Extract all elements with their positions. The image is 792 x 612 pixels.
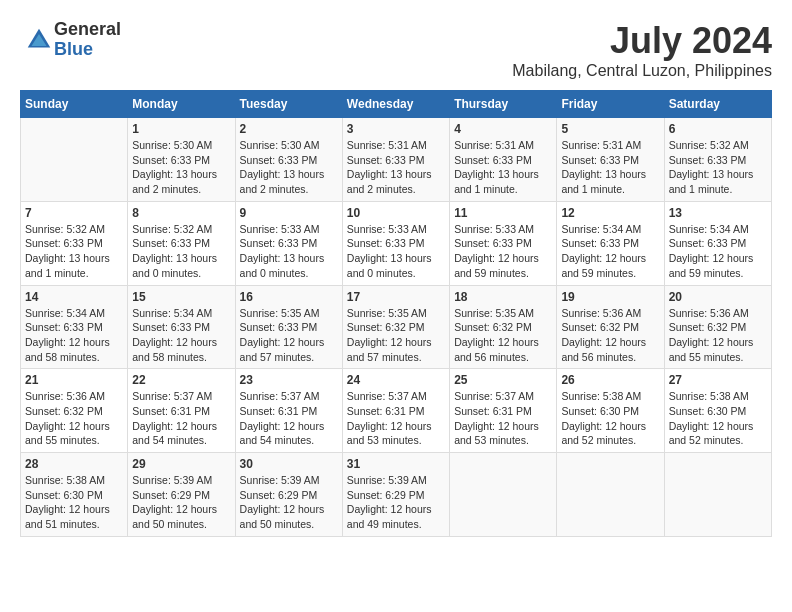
cell-line: and 52 minutes. — [669, 433, 767, 448]
week-row-5: 28Sunrise: 5:38 AMSunset: 6:30 PMDayligh… — [21, 453, 772, 537]
calendar-cell: 1Sunrise: 5:30 AMSunset: 6:33 PMDaylight… — [128, 118, 235, 202]
calendar-cell: 30Sunrise: 5:39 AMSunset: 6:29 PMDayligh… — [235, 453, 342, 537]
cell-line: Sunrise: 5:36 AM — [25, 389, 123, 404]
logo: General Blue — [20, 20, 121, 60]
column-header-tuesday: Tuesday — [235, 91, 342, 118]
cell-line: Daylight: 12 hours — [669, 419, 767, 434]
cell-line: Daylight: 12 hours — [454, 251, 552, 266]
cell-content: Sunrise: 5:31 AMSunset: 6:33 PMDaylight:… — [454, 138, 552, 197]
column-header-wednesday: Wednesday — [342, 91, 449, 118]
cell-line: Sunset: 6:33 PM — [132, 236, 230, 251]
calendar-cell — [21, 118, 128, 202]
cell-line: Sunrise: 5:33 AM — [454, 222, 552, 237]
cell-line: and 55 minutes. — [669, 350, 767, 365]
cell-line: Daylight: 12 hours — [25, 419, 123, 434]
calendar-cell — [450, 453, 557, 537]
cell-line: Daylight: 12 hours — [347, 502, 445, 517]
cell-line: and 53 minutes. — [347, 433, 445, 448]
cell-line: Daylight: 12 hours — [454, 335, 552, 350]
cell-content: Sunrise: 5:38 AMSunset: 6:30 PMDaylight:… — [561, 389, 659, 448]
day-number: 25 — [454, 373, 552, 387]
cell-line: Sunrise: 5:38 AM — [561, 389, 659, 404]
main-title: July 2024 — [512, 20, 772, 62]
day-number: 26 — [561, 373, 659, 387]
cell-line: Sunrise: 5:38 AM — [25, 473, 123, 488]
calendar-cell: 4Sunrise: 5:31 AMSunset: 6:33 PMDaylight… — [450, 118, 557, 202]
cell-line: and 2 minutes. — [132, 182, 230, 197]
cell-content: Sunrise: 5:37 AMSunset: 6:31 PMDaylight:… — [454, 389, 552, 448]
day-number: 4 — [454, 122, 552, 136]
calendar-cell: 14Sunrise: 5:34 AMSunset: 6:33 PMDayligh… — [21, 285, 128, 369]
cell-line: Sunrise: 5:33 AM — [347, 222, 445, 237]
day-number: 21 — [25, 373, 123, 387]
cell-line: Sunset: 6:33 PM — [561, 153, 659, 168]
cell-line: and 0 minutes. — [347, 266, 445, 281]
calendar-cell: 7Sunrise: 5:32 AMSunset: 6:33 PMDaylight… — [21, 201, 128, 285]
week-row-2: 7Sunrise: 5:32 AMSunset: 6:33 PMDaylight… — [21, 201, 772, 285]
cell-line: Sunset: 6:32 PM — [669, 320, 767, 335]
cell-content: Sunrise: 5:32 AMSunset: 6:33 PMDaylight:… — [669, 138, 767, 197]
page-header: General Blue July 2024 Mabilang, Central… — [20, 20, 772, 80]
cell-line: Sunrise: 5:31 AM — [561, 138, 659, 153]
cell-content: Sunrise: 5:33 AMSunset: 6:33 PMDaylight:… — [347, 222, 445, 281]
cell-line: Daylight: 12 hours — [561, 251, 659, 266]
cell-content: Sunrise: 5:38 AMSunset: 6:30 PMDaylight:… — [669, 389, 767, 448]
cell-content: Sunrise: 5:39 AMSunset: 6:29 PMDaylight:… — [132, 473, 230, 532]
cell-line: Sunset: 6:33 PM — [240, 320, 338, 335]
day-number: 12 — [561, 206, 659, 220]
calendar-cell: 27Sunrise: 5:38 AMSunset: 6:30 PMDayligh… — [664, 369, 771, 453]
cell-line: and 57 minutes. — [240, 350, 338, 365]
cell-line: and 59 minutes. — [561, 266, 659, 281]
cell-line: Daylight: 12 hours — [669, 335, 767, 350]
calendar-cell: 6Sunrise: 5:32 AMSunset: 6:33 PMDaylight… — [664, 118, 771, 202]
cell-line: Sunrise: 5:32 AM — [25, 222, 123, 237]
cell-content: Sunrise: 5:34 AMSunset: 6:33 PMDaylight:… — [25, 306, 123, 365]
cell-line: Sunrise: 5:37 AM — [132, 389, 230, 404]
cell-line: Sunset: 6:33 PM — [132, 320, 230, 335]
cell-line: Sunset: 6:33 PM — [561, 236, 659, 251]
week-row-3: 14Sunrise: 5:34 AMSunset: 6:33 PMDayligh… — [21, 285, 772, 369]
cell-content: Sunrise: 5:30 AMSunset: 6:33 PMDaylight:… — [132, 138, 230, 197]
cell-line: Sunrise: 5:39 AM — [347, 473, 445, 488]
cell-line: Sunset: 6:33 PM — [454, 236, 552, 251]
calendar-cell: 24Sunrise: 5:37 AMSunset: 6:31 PMDayligh… — [342, 369, 449, 453]
cell-line: Sunset: 6:33 PM — [454, 153, 552, 168]
cell-line: Sunrise: 5:32 AM — [132, 222, 230, 237]
day-number: 7 — [25, 206, 123, 220]
cell-line: and 51 minutes. — [25, 517, 123, 532]
cell-line: Sunrise: 5:37 AM — [240, 389, 338, 404]
cell-line: Daylight: 13 hours — [132, 167, 230, 182]
cell-line: Daylight: 12 hours — [561, 335, 659, 350]
day-number: 9 — [240, 206, 338, 220]
cell-line: Sunset: 6:32 PM — [347, 320, 445, 335]
cell-line: Sunset: 6:30 PM — [561, 404, 659, 419]
cell-line: Sunset: 6:33 PM — [669, 153, 767, 168]
cell-line: Sunset: 6:29 PM — [240, 488, 338, 503]
day-number: 29 — [132, 457, 230, 471]
cell-line: Daylight: 13 hours — [240, 167, 338, 182]
cell-line: Sunrise: 5:34 AM — [669, 222, 767, 237]
cell-line: and 0 minutes. — [132, 266, 230, 281]
cell-line: Daylight: 12 hours — [669, 251, 767, 266]
cell-line: and 50 minutes. — [240, 517, 338, 532]
day-number: 5 — [561, 122, 659, 136]
cell-line: Sunrise: 5:37 AM — [347, 389, 445, 404]
cell-line: and 1 minute. — [669, 182, 767, 197]
cell-content: Sunrise: 5:35 AMSunset: 6:33 PMDaylight:… — [240, 306, 338, 365]
subtitle: Mabilang, Central Luzon, Philippines — [512, 62, 772, 80]
logo-general-text: General — [54, 20, 121, 40]
calendar-cell: 16Sunrise: 5:35 AMSunset: 6:33 PMDayligh… — [235, 285, 342, 369]
cell-line: Daylight: 12 hours — [561, 419, 659, 434]
cell-line: Sunset: 6:31 PM — [132, 404, 230, 419]
day-number: 15 — [132, 290, 230, 304]
cell-line: Daylight: 12 hours — [132, 419, 230, 434]
cell-line: and 58 minutes. — [132, 350, 230, 365]
calendar-cell: 29Sunrise: 5:39 AMSunset: 6:29 PMDayligh… — [128, 453, 235, 537]
logo-icon — [24, 25, 54, 55]
cell-line: Sunset: 6:30 PM — [669, 404, 767, 419]
cell-line: Sunset: 6:32 PM — [454, 320, 552, 335]
cell-line: Daylight: 12 hours — [132, 502, 230, 517]
calendar-cell: 31Sunrise: 5:39 AMSunset: 6:29 PMDayligh… — [342, 453, 449, 537]
cell-line: and 1 minute. — [561, 182, 659, 197]
cell-content: Sunrise: 5:34 AMSunset: 6:33 PMDaylight:… — [132, 306, 230, 365]
